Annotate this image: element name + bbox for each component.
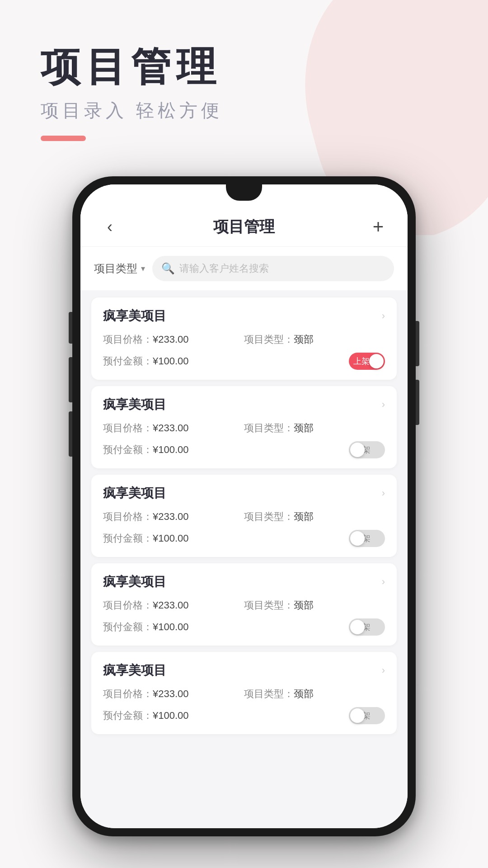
item-deposit-row-4: 预付金额： ¥100.00 [103, 618, 244, 636]
search-box[interactable]: 🔍 请输入客户姓名搜索 [152, 256, 394, 281]
item-arrow-4: › [382, 576, 385, 588]
toggle-thumb-1 [369, 354, 384, 368]
item-header-2[interactable]: 疯享美项目 › [103, 396, 385, 413]
toggle-container-3: 下架 [349, 530, 385, 547]
item-card-2: 疯享美项目 › 项目价格： ¥233.00 项目类型： 颈部 预付金额： ¥10… [91, 386, 397, 468]
deposit-value-3: ¥100.00 [153, 533, 189, 544]
item-deposit-row-2: 预付金额： ¥100.00 [103, 441, 244, 458]
search-icon: 🔍 [161, 262, 175, 275]
page-title: 项目管理 [41, 45, 223, 89]
item-price-row-2: 项目价格： ¥233.00 [103, 421, 244, 435]
toggle-label-1: 上架 [353, 356, 370, 367]
item-deposit-row-5: 预付金额： ¥100.00 [103, 707, 244, 724]
item-name-2: 疯享美项目 [103, 396, 166, 413]
type-value-3: 颈部 [294, 510, 314, 524]
item-name-5: 疯享美项目 [103, 662, 166, 679]
item-header-1[interactable]: 疯享美项目 › [103, 307, 385, 325]
type-value-4: 颈部 [294, 599, 314, 612]
filter-type-label: 项目类型 [94, 261, 137, 276]
add-button[interactable]: + [367, 216, 389, 238]
deposit-label-4: 预付金额： [103, 620, 153, 634]
type-value-2: 颈部 [294, 421, 314, 435]
items-list: 疯享美项目 › 项目价格： ¥233.00 项目类型： 颈部 预付金额： ¥10… [80, 290, 408, 828]
nav-title: 项目管理 [213, 217, 275, 237]
price-value-5: ¥233.00 [153, 688, 189, 700]
price-label-5: 项目价格： [103, 687, 153, 701]
search-placeholder: 请输入客户姓名搜索 [179, 262, 269, 275]
price-value-4: ¥233.00 [153, 599, 189, 611]
deposit-label-3: 预付金额： [103, 532, 153, 545]
type-label-1: 项目类型： [244, 333, 294, 346]
item-type-row-4: 项目类型： 颈部 [244, 599, 385, 612]
item-header-5[interactable]: 疯享美项目 › [103, 662, 385, 679]
item-price-row-5: 项目价格： ¥233.00 [103, 687, 244, 701]
item-card-5: 疯享美项目 › 项目价格： ¥233.00 项目类型： 颈部 预付金额： ¥10… [91, 652, 397, 734]
item-toggle-row-5: 下架 [244, 707, 385, 724]
item-details-3: 项目价格： ¥233.00 项目类型： 颈部 预付金额： ¥100.00 下架 [103, 510, 385, 547]
toggle-switch-4[interactable]: 下架 [349, 618, 385, 636]
toggle-switch-1[interactable]: 上架 [349, 353, 385, 370]
price-value-3: ¥233.00 [153, 511, 189, 523]
toggle-container-1: 上架 [349, 353, 385, 370]
item-toggle-row-3: 下架 [244, 530, 385, 547]
item-price-row-3: 项目价格： ¥233.00 [103, 510, 244, 524]
phone-button-left2 [69, 357, 72, 402]
phone-outer: ‹ 项目管理 + 项目类型 ▾ 🔍 请输入客户姓名搜索 [72, 176, 416, 836]
item-arrow-3: › [382, 487, 385, 499]
price-label-3: 项目价格： [103, 510, 153, 524]
item-arrow-2: › [382, 399, 385, 410]
page-header: 项目管理 项目录入 轻松方便 [41, 45, 223, 141]
phone-button-left3 [69, 411, 72, 457]
nav-bar: ‹ 项目管理 + [80, 207, 408, 247]
toggle-switch-5[interactable]: 下架 [349, 707, 385, 724]
item-details-2: 项目价格： ¥233.00 项目类型： 颈部 预付金额： ¥100.00 下架 [103, 421, 385, 458]
item-arrow-5: › [382, 665, 385, 676]
toggle-switch-3[interactable]: 下架 [349, 530, 385, 547]
deposit-label-1: 预付金额： [103, 354, 153, 368]
toggle-thumb-4 [350, 620, 365, 634]
deposit-value-1: ¥100.00 [153, 355, 189, 367]
title-underline [41, 136, 86, 141]
item-type-row-3: 项目类型： 颈部 [244, 510, 385, 524]
filter-bar: 项目类型 ▾ 🔍 请输入客户姓名搜索 [80, 247, 408, 290]
filter-type-selector[interactable]: 项目类型 ▾ [94, 261, 145, 276]
deposit-label-5: 预付金额： [103, 709, 153, 722]
item-name-4: 疯享美项目 [103, 573, 166, 590]
item-card-1: 疯享美项目 › 项目价格： ¥233.00 项目类型： 颈部 预付金额： ¥10… [91, 297, 397, 380]
filter-dropdown-icon: ▾ [141, 264, 145, 274]
phone-mockup: ‹ 项目管理 + 项目类型 ▾ 🔍 请输入客户姓名搜索 [72, 176, 416, 836]
item-deposit-row-1: 预付金额： ¥100.00 [103, 353, 244, 370]
item-header-3[interactable]: 疯享美项目 › [103, 485, 385, 502]
toggle-thumb-5 [350, 708, 365, 723]
type-label-2: 项目类型： [244, 421, 294, 435]
type-label-3: 项目类型： [244, 510, 294, 524]
toggle-switch-2[interactable]: 下架 [349, 441, 385, 458]
toggle-container-2: 下架 [349, 441, 385, 458]
type-value-5: 颈部 [294, 687, 314, 701]
back-button[interactable]: ‹ [99, 216, 121, 238]
price-label-4: 项目价格： [103, 599, 153, 612]
item-details-4: 项目价格： ¥233.00 项目类型： 颈部 预付金额： ¥100.00 下架 [103, 599, 385, 636]
deposit-value-2: ¥100.00 [153, 444, 189, 456]
price-label-2: 项目价格： [103, 421, 153, 435]
item-name-3: 疯享美项目 [103, 485, 166, 502]
type-label-4: 项目类型： [244, 599, 294, 612]
type-value-1: 颈部 [294, 333, 314, 346]
item-toggle-row-2: 下架 [244, 441, 385, 458]
toggle-container-5: 下架 [349, 707, 385, 724]
page-subtitle: 项目录入 轻松方便 [41, 98, 223, 123]
item-card-3: 疯享美项目 › 项目价格： ¥233.00 项目类型： 颈部 预付金额： ¥10… [91, 475, 397, 557]
toggle-container-4: 下架 [349, 618, 385, 636]
item-type-row-1: 项目类型： 颈部 [244, 333, 385, 346]
item-type-row-5: 项目类型： 颈部 [244, 687, 385, 701]
phone-screen: ‹ 项目管理 + 项目类型 ▾ 🔍 请输入客户姓名搜索 [80, 184, 408, 828]
item-header-4[interactable]: 疯享美项目 › [103, 573, 385, 590]
item-toggle-row-1: 上架 [244, 353, 385, 370]
item-card-4: 疯享美项目 › 项目价格： ¥233.00 项目类型： 颈部 预付金额： ¥10… [91, 563, 397, 646]
item-toggle-row-4: 下架 [244, 618, 385, 636]
item-type-row-2: 项目类型： 颈部 [244, 421, 385, 435]
item-deposit-row-3: 预付金额： ¥100.00 [103, 530, 244, 547]
item-price-row-1: 项目价格： ¥233.00 [103, 333, 244, 346]
phone-button-left1 [69, 312, 72, 344]
app-content: ‹ 项目管理 + 项目类型 ▾ 🔍 请输入客户姓名搜索 [80, 184, 408, 828]
